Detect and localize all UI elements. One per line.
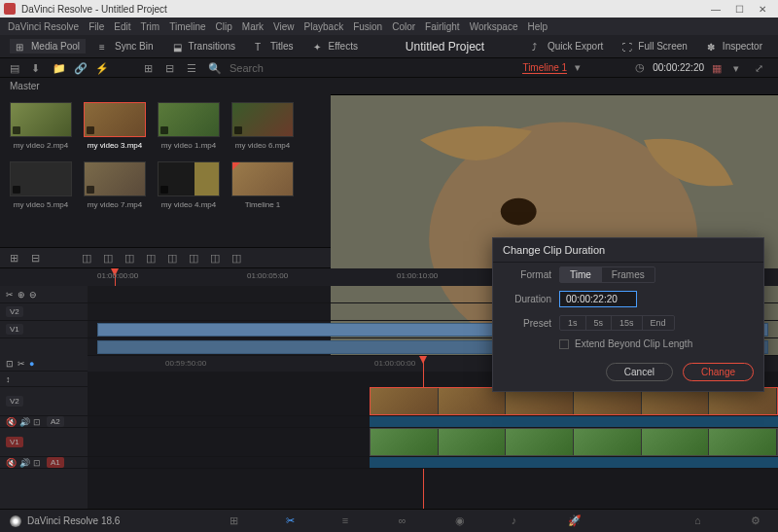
- window-title: DaVinci Resolve - Untitled Project: [21, 4, 167, 15]
- titles-button[interactable]: TTitles: [249, 39, 300, 53]
- edit-page-icon[interactable]: ≡: [342, 514, 360, 528]
- settings-icon[interactable]: ⚙: [751, 514, 768, 528]
- color-page-icon[interactable]: ◉: [455, 514, 473, 528]
- media-pool-button[interactable]: ⊞Media Pool: [10, 39, 86, 53]
- master-bin-label[interactable]: Master: [0, 78, 778, 94]
- menu-fusion[interactable]: Fusion: [353, 21, 382, 32]
- deliver-page-icon[interactable]: 🚀: [568, 514, 585, 528]
- media-clip[interactable]: my video 7.mp4: [84, 161, 146, 209]
- extend-checkbox-row[interactable]: Extend Beyond Clip Length: [493, 335, 763, 353]
- app-icon: [4, 3, 16, 15]
- menu-playback[interactable]: Playback: [304, 21, 344, 32]
- preset-end[interactable]: End: [643, 316, 674, 330]
- search-icon[interactable]: 🔍: [208, 62, 222, 74]
- track-head-a1[interactable]: 🔇🔊⊡A1: [0, 457, 88, 469]
- viewer-opt-icon[interactable]: ▦: [712, 62, 725, 74]
- track-head-v2[interactable]: V2: [0, 303, 88, 321]
- duration-input[interactable]: [559, 291, 637, 307]
- menu-help[interactable]: Help: [527, 21, 548, 32]
- change-button[interactable]: Change: [683, 363, 754, 381]
- clip-v1[interactable]: [370, 428, 778, 456]
- tool-icon[interactable]: ◫: [167, 252, 179, 264]
- preset-1s[interactable]: 1s: [560, 316, 586, 330]
- tool-icon[interactable]: ◫: [82, 252, 93, 264]
- menu-clip[interactable]: Clip: [216, 21, 232, 32]
- media-clip[interactable]: my video 6.mp4: [231, 102, 294, 150]
- menu-trim[interactable]: Trim: [141, 21, 160, 32]
- close-button[interactable]: ✕: [751, 4, 774, 15]
- preset-15s[interactable]: 15s: [612, 316, 643, 330]
- media-clip[interactable]: my video 5.mp4: [10, 161, 72, 209]
- menu-workspace[interactable]: Workspace: [470, 21, 518, 32]
- media-clip[interactable]: my video 3.mp4: [84, 102, 146, 150]
- format-time[interactable]: Time: [560, 267, 602, 282]
- list-view-icon[interactable]: ▤: [10, 62, 23, 74]
- media-toolbar: ▤ ⬇ 📁 🔗 ⚡ ⊞ ⊟ ☰ 🔍 Search Timeline 1 ▾ ◷ …: [0, 58, 778, 78]
- sync-bin-button[interactable]: ≡Sync Bin: [93, 39, 159, 53]
- inspector-button[interactable]: ✽Inspector: [701, 39, 768, 53]
- change-clip-duration-dialog: Change Clip Duration Format Time Frames …: [492, 237, 764, 392]
- checkbox-icon[interactable]: [559, 339, 569, 349]
- track-v1[interactable]: [88, 428, 778, 457]
- tool-icon[interactable]: ◫: [124, 252, 136, 264]
- media-clip[interactable]: Timeline 1: [231, 161, 294, 209]
- tool-icon[interactable]: ◫: [103, 252, 115, 264]
- audio-clip[interactable]: [370, 457, 778, 468]
- search-input[interactable]: Search: [230, 62, 264, 74]
- tool-icon[interactable]: ◫: [146, 252, 158, 264]
- track-a2[interactable]: [88, 416, 778, 428]
- media-clip[interactable]: my video 2.mp4: [10, 102, 72, 150]
- grid-view-icon[interactable]: ⊟: [165, 62, 179, 74]
- menu-fairlight[interactable]: Fairlight: [425, 21, 460, 32]
- thumb-view-icon[interactable]: ⊞: [144, 62, 158, 74]
- track-head-a2[interactable]: 🔇🔊⊡A2: [0, 416, 88, 428]
- format-frames[interactable]: Frames: [602, 267, 654, 282]
- menu-bar: DaVinci ResolveFileEditTrimTimelineClipM…: [0, 18, 778, 35]
- tool-icon[interactable]: ⊟: [31, 252, 43, 264]
- effects-button[interactable]: ✦Effects: [307, 39, 364, 53]
- tool-icon[interactable]: ⊞: [10, 252, 21, 264]
- track-a1[interactable]: [88, 457, 778, 469]
- menu-color[interactable]: Color: [392, 21, 415, 32]
- fusion-page-icon[interactable]: ∞: [399, 514, 416, 528]
- home-icon[interactable]: ⌂: [694, 514, 712, 528]
- menu-edit[interactable]: Edit: [114, 21, 130, 32]
- link-icon[interactable]: 🔗: [74, 62, 88, 74]
- media-page-icon[interactable]: ⊞: [230, 514, 247, 528]
- project-title: Untitled Project: [406, 40, 484, 53]
- menu-davinci-resolve[interactable]: DaVinci Resolve: [8, 21, 79, 32]
- menu-mark[interactable]: Mark: [242, 21, 264, 32]
- fairlight-page-icon[interactable]: ♪: [512, 514, 529, 528]
- audio-clip[interactable]: [370, 416, 778, 427]
- preset-5s[interactable]: 5s: [586, 316, 613, 330]
- menu-view[interactable]: View: [273, 21, 295, 32]
- tool-icon[interactable]: ◫: [189, 252, 200, 264]
- media-clip[interactable]: my video 4.mp4: [158, 161, 220, 209]
- track-head-v1[interactable]: V1: [0, 428, 88, 457]
- timeline-name[interactable]: Timeline 1: [522, 62, 567, 74]
- tool-icon[interactable]: ◫: [210, 252, 222, 264]
- transitions-button[interactable]: ⬓Transitions: [167, 39, 242, 53]
- folder-icon[interactable]: 📁: [53, 62, 66, 74]
- quick-export-button[interactable]: ⤴Quick Export: [526, 39, 609, 53]
- cut-page-icon[interactable]: ✂: [286, 514, 303, 528]
- menu-file[interactable]: File: [88, 21, 104, 32]
- action-icon[interactable]: ⚡: [95, 62, 109, 74]
- viewer-expand-icon[interactable]: ⤢: [755, 62, 768, 74]
- window-titlebar: DaVinci Resolve - Untitled Project — ☐ ✕: [0, 0, 778, 18]
- maximize-button[interactable]: ☐: [727, 4, 751, 15]
- tool-icon[interactable]: ◫: [231, 252, 243, 264]
- menu-timeline[interactable]: Timeline: [169, 21, 205, 32]
- full-screen-button[interactable]: ⛶Full Screen: [617, 39, 693, 53]
- cancel-button[interactable]: Cancel: [606, 363, 673, 381]
- viewer-opt2-icon[interactable]: ▾: [733, 62, 747, 74]
- track-head-v1[interactable]: V1: [0, 321, 88, 338]
- list-icon[interactable]: ☰: [187, 62, 200, 74]
- import-icon[interactable]: ⬇: [31, 62, 45, 74]
- tool-row: ✂⊕⊖: [0, 286, 88, 303]
- media-clip[interactable]: my video 1.mp4: [158, 102, 220, 150]
- track-head-v2[interactable]: V2: [0, 387, 88, 416]
- minimize-button[interactable]: —: [704, 4, 727, 15]
- viewer-timecode: 00:00:22:20: [653, 62, 704, 73]
- format-segmented[interactable]: Time Frames: [559, 266, 655, 283]
